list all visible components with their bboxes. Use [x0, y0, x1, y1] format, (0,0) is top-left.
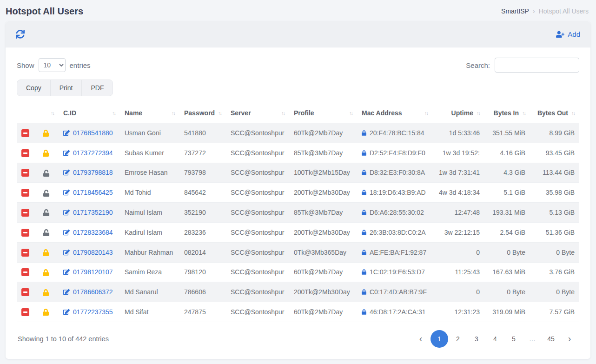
- pagination-page-1[interactable]: 1: [430, 330, 448, 348]
- edit-icon[interactable]: [63, 150, 70, 156]
- disable-cell: [17, 123, 38, 143]
- minus-square-icon[interactable]: [21, 169, 29, 177]
- unlock-icon[interactable]: [43, 170, 50, 177]
- mac-cell: 46:D8:17:2A:CA:31: [357, 302, 432, 322]
- cid-link[interactable]: 01798120107: [73, 268, 113, 276]
- pagination-page-5[interactable]: 5: [505, 330, 523, 348]
- minus-square-icon[interactable]: [21, 229, 29, 237]
- profile-cell: 85Tk@3Mb7Day: [289, 203, 357, 223]
- column-header-uptime[interactable]: Uptime↑↓: [432, 103, 484, 123]
- profile-cell: 200Tk@2Mb30Day: [289, 282, 357, 302]
- minus-square-icon[interactable]: [21, 249, 29, 257]
- mac-lock-icon: [362, 269, 366, 275]
- table-body: 01768541880Usman Goni541880SCC@Sontoshpu…: [17, 123, 579, 322]
- cid-cell: 01786606372: [59, 282, 120, 302]
- add-button-label: Add: [568, 30, 580, 38]
- cid-link[interactable]: 01737272394: [73, 149, 113, 157]
- column-header-c-id[interactable]: C.ID↑↓: [59, 103, 120, 123]
- column-header-bytes-out[interactable]: Bytes Out↑↓: [530, 103, 579, 123]
- lock-cell: [38, 143, 59, 163]
- server-cell: SCC@Sontoshpur: [226, 302, 289, 322]
- pagination-next[interactable]: ›: [561, 330, 578, 348]
- edit-icon[interactable]: [63, 269, 70, 275]
- refresh-icon[interactable]: [16, 30, 25, 39]
- password-cell: 247875: [179, 302, 226, 322]
- cid-link[interactable]: 01793798818: [73, 169, 113, 176]
- export-button-print[interactable]: Print: [51, 80, 82, 96]
- unlock-icon[interactable]: [43, 209, 50, 216]
- sort-icon: ↑↓: [522, 110, 525, 116]
- cid-cell: 01728323684: [59, 222, 120, 242]
- edit-icon[interactable]: [63, 309, 70, 315]
- cid-link[interactable]: 01768541880: [73, 129, 113, 137]
- column-header-1[interactable]: ↑↓: [38, 103, 59, 123]
- lock-icon[interactable]: [43, 130, 49, 137]
- bytes-in-cell: 193.31 MiB: [484, 203, 530, 223]
- page-size-select[interactable]: 10: [39, 58, 66, 72]
- bytes-in-cell: 2.54 GiB: [484, 222, 530, 242]
- cid-link[interactable]: 01718456425: [73, 189, 113, 196]
- edit-icon[interactable]: [63, 209, 70, 216]
- cid-link[interactable]: 01717352190: [73, 209, 113, 216]
- pagination-page-3[interactable]: 3: [468, 330, 485, 348]
- lock-icon[interactable]: [43, 269, 49, 276]
- edit-icon[interactable]: [63, 229, 70, 236]
- pagination-page-2[interactable]: 2: [449, 330, 467, 348]
- name-cell: Md Sanarul: [120, 282, 179, 302]
- bytes-out-cell: 51.36 GiB: [530, 222, 579, 242]
- edit-icon[interactable]: [63, 130, 70, 136]
- lock-icon[interactable]: [43, 289, 49, 296]
- column-header-bytes-in[interactable]: Bytes In↑↓: [484, 103, 530, 123]
- minus-square-icon[interactable]: [21, 189, 29, 197]
- unlock-icon[interactable]: [43, 190, 50, 197]
- sort-icon: ↑↓: [218, 110, 221, 116]
- cid-link[interactable]: 01728323684: [73, 229, 113, 236]
- mac-lock-icon: [362, 250, 366, 255]
- export-button-pdf[interactable]: PDF: [82, 80, 113, 96]
- table-row: 01786606372Md Sanarul786606SCC@Sontoshpu…: [17, 282, 579, 302]
- column-label: Uptime: [451, 109, 473, 117]
- password-cell: 283236: [179, 222, 226, 242]
- lock-icon[interactable]: [43, 150, 49, 157]
- minus-square-icon[interactable]: [21, 209, 29, 217]
- disable-cell: [17, 222, 38, 242]
- users-card: Add Show 10 entries Search: CopyPrintPDF…: [6, 21, 590, 359]
- minus-square-icon[interactable]: [21, 308, 29, 316]
- edit-icon[interactable]: [63, 189, 70, 196]
- lock-cell: [38, 222, 59, 242]
- pagination-prev[interactable]: ‹: [412, 330, 430, 348]
- lock-cell: [38, 203, 59, 223]
- breadcrumb: SmartISP › Hotspot All Users: [501, 7, 589, 15]
- search-input[interactable]: [495, 58, 579, 73]
- column-header-profile[interactable]: Profile↑↓: [289, 103, 357, 123]
- breadcrumb-root-link[interactable]: SmartISP: [501, 7, 529, 15]
- cid-link[interactable]: 01790820143: [73, 249, 113, 256]
- column-header-mac-address[interactable]: Mac Address↑↓: [357, 103, 432, 123]
- column-header-server[interactable]: Server↑↓: [226, 103, 289, 123]
- bytes-out-cell: 0 Byte: [530, 282, 579, 302]
- sort-icon: ↑↓: [172, 110, 175, 116]
- pagination-page-4[interactable]: 4: [486, 330, 504, 348]
- edit-icon[interactable]: [63, 169, 70, 176]
- minus-square-icon[interactable]: [21, 288, 29, 296]
- minus-square-icon[interactable]: [21, 149, 29, 157]
- column-header-name[interactable]: Name↑↓: [120, 103, 179, 123]
- column-header-password[interactable]: Password↑↓: [179, 103, 226, 123]
- minus-square-icon[interactable]: [21, 129, 29, 137]
- edit-icon[interactable]: [63, 289, 70, 295]
- pagination-ellipsis: …: [523, 330, 541, 348]
- pagination-page-45[interactable]: 45: [542, 330, 560, 348]
- cid-cell: 01718456425: [59, 183, 120, 203]
- add-user-button[interactable]: Add: [556, 30, 580, 38]
- lock-icon[interactable]: [43, 249, 49, 256]
- mac-cell: 1C:02:19:E6:53:D7: [357, 262, 432, 282]
- lock-icon[interactable]: [43, 309, 49, 316]
- minus-square-icon[interactable]: [21, 268, 29, 276]
- edit-icon[interactable]: [63, 249, 70, 256]
- profile-cell: 0Tk@3Mb365Day: [289, 242, 357, 262]
- cid-link[interactable]: 01772237355: [73, 308, 113, 316]
- cid-link[interactable]: 01786606372: [73, 288, 113, 296]
- unlock-icon[interactable]: [43, 229, 50, 236]
- export-button-copy[interactable]: Copy: [17, 80, 51, 96]
- password-cell: 737272: [179, 143, 226, 163]
